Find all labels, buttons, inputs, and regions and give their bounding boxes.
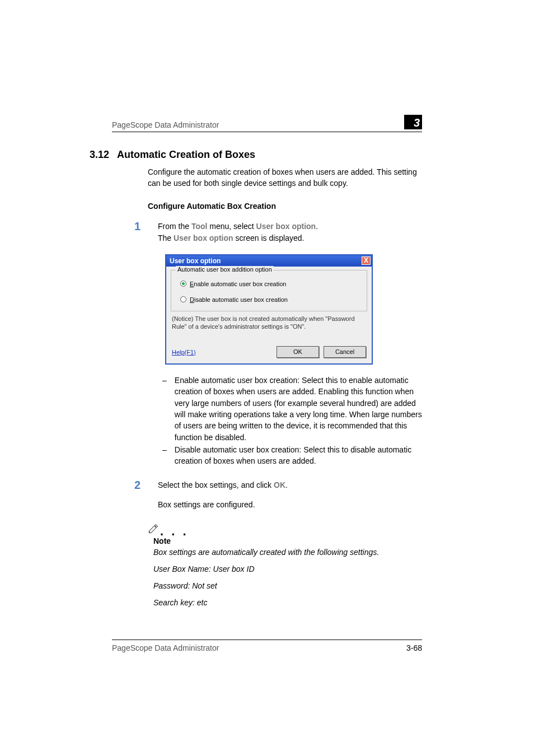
note-icon-row: . . . [148, 523, 422, 534]
bullet-text: Disable automatic user box creation: Sel… [175, 444, 422, 467]
button-name-ok: OK [274, 480, 285, 489]
note-line-2: User Box Name: User box ID [153, 564, 422, 573]
user-box-option-dialog: User box option X Automatic user box add… [165, 254, 373, 365]
dialog-titlebar: User box option X [166, 255, 372, 267]
dialog-screenshot: User box option X Automatic user box add… [165, 254, 422, 365]
text-fragment: nable automatic user box creation [194, 281, 286, 287]
footer-page-number: 3-68 [406, 643, 422, 652]
step-number: 1 [134, 221, 146, 244]
note-line-4: Search key: etc [153, 598, 422, 607]
radio-icon [180, 281, 186, 287]
cancel-button[interactable]: Cancel [324, 346, 366, 358]
bullet-dash: – [162, 375, 167, 443]
page-header: PageScope Data Administrator 3 [112, 115, 422, 132]
note-icon [148, 523, 159, 534]
step-number: 2 [134, 479, 146, 519]
text-fragment: The [158, 234, 174, 242]
bullet-text: Enable automatic user box creation: Sele… [175, 375, 422, 443]
radio-label: Disable automatic user box creation [190, 296, 288, 303]
subsection-heading: Configure Automatic Box Creation [148, 202, 422, 211]
text-fragment: menu, select [207, 222, 256, 231]
close-button[interactable]: X [362, 256, 371, 265]
step-1: 1 From the Tool menu, select User box op… [134, 221, 422, 244]
note-dots: . . . [160, 529, 189, 534]
page-footer: PageScope Data Administrator 3-68 [112, 640, 422, 652]
step-2-body: Select the box settings, and click OK. B… [158, 479, 422, 519]
groupbox-auto-addition: Automatic user box addition option Enabl… [171, 270, 367, 311]
radio-disable-creation[interactable]: Disable automatic user box creation [177, 296, 361, 303]
close-icon: X [364, 256, 368, 264]
button-group: OK Cancel [272, 346, 366, 358]
accelerator-char: D [190, 296, 194, 303]
text-fragment: From the [158, 222, 191, 231]
dialog-title: User box option [170, 257, 221, 265]
list-item: – Enable automatic user box creation: Se… [162, 375, 422, 443]
ok-button[interactable]: OK [277, 346, 319, 358]
section-number: 3.12 [90, 149, 109, 161]
text-fragment: . [285, 480, 288, 489]
section-intro: Configure the automatic creation of boxe… [148, 166, 422, 189]
help-link[interactable]: Help(F1) [172, 349, 196, 356]
text-fragment: isable automatic user box creation [194, 296, 288, 303]
step-2-result: Box settings are configured. [158, 499, 422, 511]
menu-name-tool: Tool [191, 222, 208, 231]
footer-title: PageScope Data Administrator [112, 643, 219, 652]
section-title: Automatic Creation of Boxes [117, 149, 422, 161]
radio-enable-creation[interactable]: Enable automatic user box creation [177, 281, 361, 287]
dialog-notice: (Notice) The user box is not created aut… [172, 315, 366, 331]
radio-label: Enable automatic user box creation [190, 281, 286, 287]
bullet-dash: – [162, 444, 167, 467]
dialog-body: Automatic user box addition option Enabl… [166, 267, 372, 364]
note-label: Note [153, 536, 422, 545]
list-item: – Disable automatic user box creation: S… [162, 444, 422, 467]
step-1-body: From the Tool menu, select User box opti… [158, 221, 422, 244]
note-line-3: Password: Not set [153, 581, 422, 590]
header-title: PageScope Data Administrator [112, 120, 219, 129]
note-block: . . . Note Box settings are automaticall… [148, 523, 422, 607]
groupbox-legend: Automatic user box addition option [176, 266, 274, 273]
text-fragment: screen is displayed. [233, 234, 305, 242]
section-heading: 3.12 Automatic Creation of Boxes [90, 149, 422, 161]
radio-icon [180, 296, 186, 302]
text-fragment: . [316, 222, 318, 231]
screen-name-user-box-option: User box option [174, 234, 233, 242]
menu-item-user-box-option: User box option [256, 222, 316, 231]
option-explanation-list: – Enable automatic user box creation: Se… [162, 375, 422, 466]
dialog-footer: Help(F1) OK Cancel [171, 346, 367, 359]
step-2: 2 Select the box settings, and click OK.… [134, 479, 422, 519]
note-line-1: Box settings are automatically created w… [153, 548, 422, 557]
chapter-badge: 3 [404, 115, 422, 129]
text-fragment: Select the box settings, and click [158, 480, 274, 489]
